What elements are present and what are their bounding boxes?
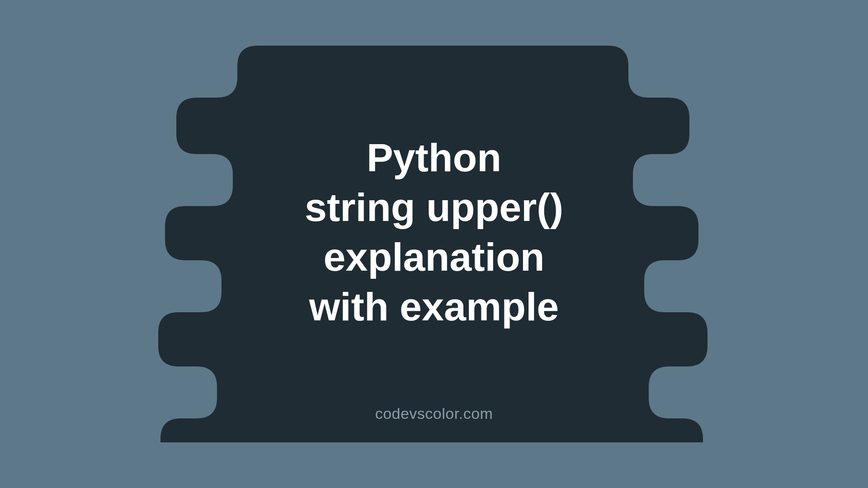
title-line-2: string upper()	[305, 183, 563, 232]
title-block: Python string upper() explanation with e…	[305, 133, 563, 332]
title-line-4: with example	[305, 282, 563, 332]
banner-container: Python string upper() explanation with e…	[81, 46, 787, 442]
watermark-text: codevscolor.com	[375, 405, 493, 422]
title-line-1: Python	[305, 133, 563, 183]
title-line-3: explanation	[305, 232, 563, 282]
